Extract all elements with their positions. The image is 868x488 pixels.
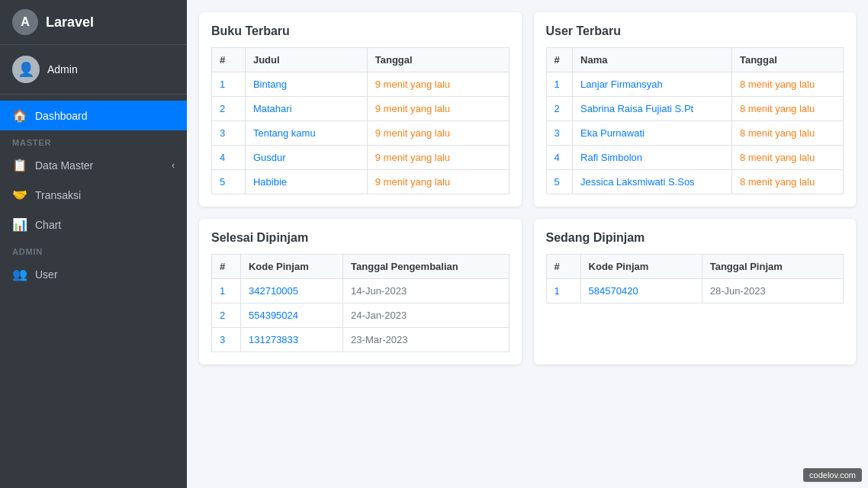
table-row: 4 Gusdur 9 menit yang lalu xyxy=(212,146,510,170)
sedang-dipinjam-title: Sedang Dipinjam xyxy=(546,231,844,245)
row-judul: Matahari xyxy=(245,97,367,121)
sidebar-item-label: Dashboard xyxy=(35,110,88,122)
table-row: 3 131273833 23-Mar-2023 xyxy=(212,328,510,352)
table-row: 2 554395024 24-Jan-2023 xyxy=(212,303,510,328)
sidebar-item-label: Chart xyxy=(35,219,61,231)
col-num: # xyxy=(212,255,241,279)
user-terbaru-title: User Terbaru xyxy=(546,24,844,38)
table-row: 1 Bintang 9 menit yang lalu xyxy=(212,72,510,97)
sidebar-item-user[interactable]: 👥 User xyxy=(0,259,187,289)
row-judul: Tentang kamu xyxy=(245,121,367,146)
dashboard-icon: 🏠 xyxy=(12,108,27,123)
col-kode: Kode Pinjam xyxy=(240,255,342,279)
sidebar-user: 👤 Admin xyxy=(0,45,187,95)
col-tanggal-pinjam: Tanggal Pinjam xyxy=(702,255,843,279)
sedang-dipinjam-table: # Kode Pinjam Tanggal Pinjam 1 584570420… xyxy=(546,254,844,303)
row-kode: 554395024 xyxy=(240,303,342,328)
col-tanggal: Tanggal xyxy=(367,48,509,72)
brand-logo: A xyxy=(12,9,38,35)
chart-icon: 📊 xyxy=(12,217,27,232)
sidebar-item-label: Transaksi xyxy=(35,189,81,201)
row-judul: Habibie xyxy=(245,170,367,194)
col-tanggal: Tanggal xyxy=(731,48,843,72)
row-tanggal: 8 menit yang lalu xyxy=(731,170,843,194)
transaksi-icon: 🤝 xyxy=(12,188,27,202)
sidebar: A Laravel 👤 Admin 🏠 Dashboard MASTER 📋 D… xyxy=(0,0,187,488)
row-tanggal: 24-Jan-2023 xyxy=(343,303,509,328)
row-num: 5 xyxy=(212,170,246,194)
buku-terbaru-title: Buku Terbaru xyxy=(211,24,510,38)
row-nama: Sabrina Raisa Fujiati S.Pt xyxy=(573,97,732,121)
row-num: 1 xyxy=(546,72,573,97)
row-kode: 131273833 xyxy=(240,328,342,352)
row-num: 5 xyxy=(546,170,573,194)
user-terbaru-table: # Nama Tanggal 1 Lanjar Firmansyah 8 men… xyxy=(546,47,844,194)
table-row: 5 Habibie 9 menit yang lalu xyxy=(212,170,510,194)
cards-grid: Buku Terbaru # Judul Tanggal 1 Bintang 9… xyxy=(199,12,856,364)
row-tanggal: 9 menit yang lalu xyxy=(367,72,509,97)
brand: A Laravel xyxy=(0,0,187,45)
col-num: # xyxy=(546,48,573,72)
row-num: 2 xyxy=(212,97,246,121)
row-num: 4 xyxy=(546,146,573,170)
sidebar-item-transaksi[interactable]: 🤝 Transaksi xyxy=(0,180,187,210)
row-nama: Rafi Simbolon xyxy=(573,146,732,170)
row-tanggal: 9 menit yang lalu xyxy=(367,146,509,170)
selesai-dipinjam-table: # Kode Pinjam Tanggal Pengembalian 1 342… xyxy=(211,254,510,352)
watermark: codelov.com xyxy=(803,468,862,482)
row-num: 2 xyxy=(212,303,241,328)
col-nama: Nama xyxy=(573,48,732,72)
user-icon: 👥 xyxy=(12,267,27,281)
row-tanggal: 9 menit yang lalu xyxy=(367,97,509,121)
table-row: 1 342710005 14-Jun-2023 xyxy=(212,279,510,303)
brand-name: Laravel xyxy=(46,14,94,30)
row-tanggal: 8 menit yang lalu xyxy=(731,97,843,121)
row-judul: Gusdur xyxy=(245,146,367,170)
table-row: 3 Tentang kamu 9 menit yang lalu xyxy=(212,121,510,146)
row-nama: Jessica Laksmiwati S.Sos xyxy=(573,170,732,194)
row-kode: 584570420 xyxy=(580,279,702,303)
table-row: 1 584570420 28-Jun-2023 xyxy=(546,279,844,303)
row-tanggal: 8 menit yang lalu xyxy=(731,121,843,146)
row-tanggal: 23-Mar-2023 xyxy=(343,328,509,352)
avatar: 👤 xyxy=(12,56,40,83)
row-kode: 342710005 xyxy=(240,279,342,303)
row-num: 1 xyxy=(212,72,246,97)
sedang-dipinjam-card: Sedang Dipinjam # Kode Pinjam Tanggal Pi… xyxy=(534,219,857,364)
sidebar-section-admin: ADMIN xyxy=(0,239,187,259)
table-row: 2 Matahari 9 menit yang lalu xyxy=(212,97,510,121)
row-tanggal: 14-Jun-2023 xyxy=(343,279,509,303)
row-tanggal: 8 menit yang lalu xyxy=(731,72,843,97)
col-judul: Judul xyxy=(245,48,367,72)
col-tanggal-pengembalian: Tanggal Pengembalian xyxy=(343,255,509,279)
col-num: # xyxy=(546,255,580,279)
selesai-dipinjam-card: Selesai Dipinjam # Kode Pinjam Tanggal P… xyxy=(199,219,522,364)
row-num: 1 xyxy=(212,279,241,303)
table-row: 2 Sabrina Raisa Fujiati S.Pt 8 menit yan… xyxy=(546,97,844,121)
table-row: 4 Rafi Simbolon 8 menit yang lalu xyxy=(546,146,844,170)
sidebar-nav: 🏠 Dashboard MASTER 📋 Data Master ‹ 🤝 Tra… xyxy=(0,95,187,488)
row-tanggal: 8 menit yang lalu xyxy=(731,146,843,170)
table-row: 1 Lanjar Firmansyah 8 menit yang lalu xyxy=(546,72,844,97)
sidebar-item-dashboard[interactable]: 🏠 Dashboard xyxy=(0,101,187,130)
row-num: 4 xyxy=(212,146,246,170)
row-nama: Lanjar Firmansyah xyxy=(573,72,732,97)
row-nama: Eka Purnawati xyxy=(573,121,732,146)
row-judul: Bintang xyxy=(245,72,367,97)
selesai-dipinjam-title: Selesai Dipinjam xyxy=(211,231,510,245)
row-num: 2 xyxy=(546,97,573,121)
user-terbaru-card: User Terbaru # Nama Tanggal 1 Lanjar Fir… xyxy=(534,12,857,207)
table-row: 5 Jessica Laksmiwati S.Sos 8 menit yang … xyxy=(546,170,844,194)
sidebar-item-label: Data Master xyxy=(35,159,93,172)
col-kode: Kode Pinjam xyxy=(580,255,702,279)
row-tanggal: 28-Jun-2023 xyxy=(702,279,843,303)
sidebar-item-data-master[interactable]: 📋 Data Master ‹ xyxy=(0,150,187,180)
buku-terbaru-card: Buku Terbaru # Judul Tanggal 1 Bintang 9… xyxy=(199,12,522,207)
sidebar-item-chart[interactable]: 📊 Chart xyxy=(0,210,187,239)
sidebar-item-label: User xyxy=(35,268,58,281)
main-content: Buku Terbaru # Judul Tanggal 1 Bintang 9… xyxy=(187,0,868,488)
chevron-icon: ‹ xyxy=(172,160,175,171)
col-num: # xyxy=(212,48,246,72)
user-name: Admin xyxy=(47,63,78,75)
row-num: 3 xyxy=(546,121,573,146)
